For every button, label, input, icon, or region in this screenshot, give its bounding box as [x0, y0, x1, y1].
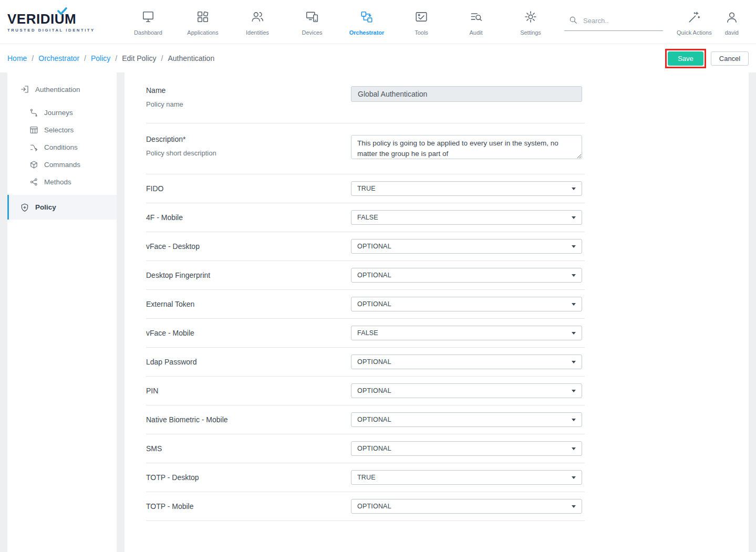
nav-item-settings[interactable]: Settings [503, 8, 558, 36]
selected-value: OPTIONAL [357, 445, 391, 452]
nav-item-label: Identities [246, 29, 269, 36]
chevron-down-icon [572, 303, 576, 306]
field-label: SMS [146, 444, 351, 453]
policy-name-input[interactable] [351, 86, 582, 102]
main-nav: Dashboard Applications Identities Device… [121, 8, 558, 36]
field-label: Desktop Fingerprint [146, 271, 351, 279]
nav-item-label: Settings [520, 29, 541, 36]
table-icon [29, 126, 38, 134]
pin-select[interactable]: OPTIONAL [351, 383, 582, 398]
audit-icon [469, 10, 483, 26]
chevron-down-icon [572, 274, 576, 277]
sidebar-item-methods[interactable]: Methods [7, 173, 117, 191]
4f-mobile-select[interactable]: FALSE [351, 210, 582, 225]
policy-description-textarea[interactable]: This policy is going to be applied to ev… [351, 135, 582, 159]
nav-item-dashboard[interactable]: Dashboard [121, 8, 175, 36]
field-hint: Policy short description [146, 149, 351, 157]
totp-mobile-select[interactable]: OPTIONAL [351, 499, 582, 514]
vface-mobile-select[interactable]: FALSE [351, 326, 582, 340]
selected-value: FALSE [357, 329, 378, 337]
content: Authentication Journeys Selectors Condit… [0, 72, 756, 552]
sidebar-item-policy[interactable]: Policy [7, 195, 117, 220]
chevron-down-icon [572, 361, 576, 363]
save-button[interactable]: Save [668, 51, 703, 66]
branch-icon [29, 143, 38, 152]
brand-name: VERIDIUM [7, 11, 96, 27]
form-row-description: Description* Policy short description Th… [146, 123, 585, 174]
breadcrumb-link-home[interactable]: Home [7, 54, 27, 63]
search-input[interactable] [583, 17, 662, 25]
field-label: vFace - Mobile [146, 329, 351, 337]
field-label: TOTP - Mobile [146, 502, 351, 511]
dashboard-icon [141, 10, 155, 26]
selected-value: OPTIONAL [357, 300, 391, 308]
applications-icon [196, 10, 210, 26]
nav-item-label: Tools [415, 29, 428, 36]
share-nodes-icon [29, 178, 38, 186]
policy-form: Name Policy name Description* Policy sho… [125, 72, 749, 552]
route-icon [29, 108, 38, 117]
nav-item-orchestrator[interactable]: Orchestrator [339, 8, 394, 36]
quick-actions-label: Quick Actions [677, 29, 712, 36]
chevron-down-icon [572, 332, 576, 335]
sms-select[interactable]: OPTIONAL [351, 441, 582, 456]
desktop-fingerprint-select[interactable]: OPTIONAL [351, 268, 582, 283]
fido-select[interactable]: TRUE [351, 181, 582, 196]
sidebar: Authentication Journeys Selectors Condit… [7, 72, 117, 552]
sidebar-item-label: Conditions [44, 143, 78, 151]
tools-icon [415, 10, 428, 26]
breadcrumb-bar: Home / Orchestrator / Policy / Edit Poli… [0, 44, 756, 72]
chevron-down-icon [572, 505, 576, 508]
identities-icon [251, 10, 264, 26]
chevron-down-icon [572, 245, 576, 248]
field-label: PIN [146, 387, 351, 395]
form-row-4f-mobile: 4F - Mobile FALSE [146, 203, 585, 232]
user-menu[interactable]: david [717, 8, 747, 36]
nav-item-devices[interactable]: Devices [285, 8, 339, 36]
cube-icon [29, 160, 38, 169]
cancel-button[interactable]: Cancel [711, 51, 749, 66]
search-icon [568, 15, 578, 27]
breadcrumb-separator: / [84, 54, 86, 63]
form-row-totp-mobile: TOTP - Mobile OPTIONAL [146, 492, 585, 521]
quick-actions-button[interactable]: Quick Actions [671, 8, 717, 36]
top-bar: VERIDIUM TRUSTED DIGITAL IDENTITY Dashbo… [0, 0, 756, 44]
breadcrumb-separator: / [115, 54, 117, 63]
sidebar-item-journeys[interactable]: Journeys [7, 104, 117, 121]
sidebar-item-label: Authentication [35, 86, 80, 93]
form-row-fido: FIDO TRUE [146, 174, 585, 203]
breadcrumb-link-policy[interactable]: Policy [91, 54, 110, 63]
chevron-down-icon [572, 447, 576, 450]
sidebar-item-label: Selectors [44, 126, 74, 134]
sidebar-item-label: Journeys [44, 109, 73, 117]
nav-item-tools[interactable]: Tools [394, 8, 449, 36]
breadcrumb-link-orchestrator[interactable]: Orchestrator [38, 54, 79, 63]
sidebar-item-authentication[interactable]: Authentication [7, 79, 117, 100]
native-biometric-mobile-select[interactable]: OPTIONAL [351, 412, 582, 427]
form-row-native-biometric-mobile: Native Biometric - Mobile OPTIONAL [146, 405, 585, 434]
external-token-select[interactable]: OPTIONAL [351, 297, 582, 311]
form-row-desktop-fingerprint: Desktop Fingerprint OPTIONAL [146, 261, 585, 290]
chevron-down-icon [572, 476, 576, 479]
nav-item-label: Applications [187, 29, 218, 36]
nav-item-identities[interactable]: Identities [230, 8, 285, 36]
vface-desktop-select[interactable]: OPTIONAL [351, 239, 582, 254]
sidebar-item-selectors[interactable]: Selectors [7, 121, 117, 139]
magic-wand-icon [687, 11, 701, 26]
form-row-vface-desktop: vFace - Desktop OPTIONAL [146, 232, 585, 261]
user-name-label: david [725, 29, 739, 36]
form-row-name: Name Policy name [146, 74, 585, 123]
sidebar-item-label: Methods [44, 178, 71, 186]
nav-item-label: Audit [469, 29, 482, 36]
field-label: Native Biometric - Mobile [146, 415, 351, 424]
totp-desktop-select[interactable]: TRUE [351, 470, 582, 485]
ldap-password-select[interactable]: OPTIONAL [351, 355, 582, 369]
selected-value: OPTIONAL [357, 416, 391, 423]
sidebar-item-label: Commands [44, 161, 80, 169]
field-label: vFace - Desktop [146, 242, 351, 251]
sidebar-item-commands[interactable]: Commands [7, 156, 117, 173]
sidebar-item-conditions[interactable]: Conditions [7, 139, 117, 156]
breadcrumb: Home / Orchestrator / Policy / Edit Poli… [7, 54, 214, 63]
nav-item-applications[interactable]: Applications [175, 8, 230, 36]
nav-item-audit[interactable]: Audit [449, 8, 503, 36]
